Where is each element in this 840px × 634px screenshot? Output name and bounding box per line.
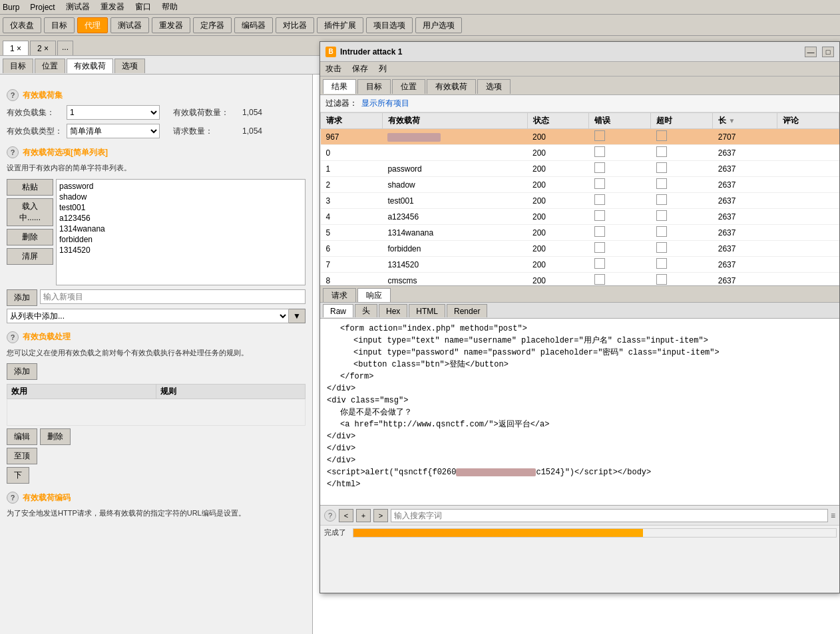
proc-btn-remove[interactable]: 删除 — [40, 428, 71, 445]
list-item[interactable]: a123456 — [58, 213, 304, 224]
checkbox[interactable] — [656, 130, 667, 141]
menu-burp[interactable]: Burp — [3, 3, 19, 12]
checkbox[interactable] — [594, 162, 605, 173]
sub-tab-positions[interactable]: 位置 — [35, 59, 65, 73]
checkbox[interactable] — [656, 242, 667, 253]
resp-view-headers[interactable]: 头 — [355, 304, 377, 317]
checkbox[interactable] — [656, 146, 667, 157]
col-length[interactable]: 长 ▼ — [713, 113, 777, 129]
from-list-select[interactable]: 从列表中添加... — [7, 309, 289, 323]
intruder-maximize[interactable]: □ — [822, 47, 834, 57]
intruder-tab-target[interactable]: 目标 — [357, 79, 391, 94]
toolbar-user-options[interactable]: 用户选项 — [415, 17, 462, 33]
checkbox[interactable] — [656, 258, 667, 269]
tab-more[interactable]: ... — [57, 41, 73, 55]
col-payload[interactable]: 有效载荷 — [382, 113, 527, 129]
tab-response[interactable]: 响应 — [357, 288, 391, 302]
intruder-minimize[interactable]: — — [805, 47, 817, 57]
checkbox[interactable] — [656, 210, 667, 221]
sub-tab-target[interactable]: 目标 — [3, 59, 33, 73]
intruder-tab-positions[interactable]: 位置 — [392, 79, 425, 94]
menu-window[interactable]: 窗口 — [135, 1, 151, 13]
proc-btn-top[interactable]: 至顶 — [7, 448, 37, 464]
results-table-container[interactable]: 请求 有效载荷 状态 错误 超时 长 ▼ 评论 9672002707020026… — [320, 112, 839, 285]
table-row[interactable]: 6forbidden2002637 — [321, 241, 839, 257]
toolbar-decoder[interactable]: 编码器 — [234, 17, 273, 33]
toolbar-repeater[interactable]: 重发器 — [152, 17, 190, 33]
btn-add[interactable]: 添加 — [7, 289, 37, 306]
filter-value[interactable]: 显示所有项目 — [361, 98, 409, 109]
checkbox[interactable] — [656, 178, 667, 189]
menu-repeater[interactable]: 重发器 — [101, 1, 124, 13]
list-item[interactable]: 1314wanana — [58, 224, 304, 234]
intruder-tab-results[interactable]: 结果 — [323, 79, 356, 94]
list-item[interactable]: forbidden — [58, 234, 304, 245]
checkbox[interactable] — [594, 258, 605, 269]
checkbox[interactable] — [594, 130, 605, 141]
menu-help[interactable]: 帮助 — [162, 1, 178, 13]
table-row[interactable]: 3test0012002637 — [321, 193, 839, 209]
checkbox[interactable] — [656, 226, 667, 237]
intruder-tab-payloads[interactable]: 有效载荷 — [427, 79, 476, 94]
resp-view-render[interactable]: Render — [447, 304, 487, 317]
table-row[interactable]: 9672002707 — [321, 129, 839, 145]
search-prev-btn[interactable]: < — [339, 509, 353, 522]
intruder-tab-options[interactable]: 选项 — [477, 79, 511, 94]
checkbox[interactable] — [594, 178, 605, 189]
menu-project[interactable]: Project — [30, 3, 55, 12]
col-timeout[interactable]: 超时 — [651, 113, 713, 129]
table-row[interactable]: 8cmscms2002637 — [321, 273, 839, 286]
toolbar-dashboard[interactable]: 仪表盘 — [3, 17, 41, 33]
checkbox[interactable] — [656, 274, 667, 285]
payload-type-select[interactable]: 简单清单 — [67, 124, 160, 138]
proc-btn-add[interactable]: 添加 — [7, 363, 37, 380]
menu-tester[interactable]: 测试器 — [66, 1, 90, 13]
section2-help[interactable]: ? — [7, 146, 19, 158]
sub-tab-options[interactable]: 选项 — [114, 59, 145, 73]
resp-view-raw[interactable]: Raw — [323, 304, 353, 317]
list-item[interactable]: 1314520 — [58, 245, 304, 255]
toolbar-target[interactable]: 目标 — [44, 17, 75, 33]
section4-help[interactable]: ? — [7, 492, 19, 504]
payload-list-box[interactable]: passwordshadowtest001a1234561314wananafo… — [56, 179, 306, 285]
table-row[interactable]: 02002637 — [321, 145, 839, 161]
payload-set-select[interactable]: 1 — [67, 105, 160, 120]
intruder-menu-attack[interactable]: 攻击 — [325, 63, 341, 75]
toolbar-scanner[interactable]: 测试器 — [110, 17, 149, 33]
list-item[interactable]: test001 — [58, 202, 304, 213]
proc-btn-down[interactable]: 下 — [7, 467, 29, 484]
search-options-icon[interactable]: ≡ — [831, 511, 835, 520]
table-row[interactable]: 51314wanana2002637 — [321, 225, 839, 241]
checkbox[interactable] — [656, 194, 667, 205]
table-row[interactable]: 2shadow2002637 — [321, 177, 839, 193]
resp-view-hex[interactable]: Hex — [379, 304, 407, 317]
table-row[interactable]: 1password2002637 — [321, 161, 839, 177]
checkbox[interactable] — [594, 274, 605, 285]
search-help-icon[interactable]: ? — [324, 510, 336, 522]
checkbox[interactable] — [594, 194, 605, 205]
btn-clear[interactable]: 清屏 — [7, 248, 53, 265]
search-input[interactable] — [391, 509, 828, 522]
table-row[interactable]: 4a1234562002637 — [321, 209, 839, 225]
col-status[interactable]: 状态 — [527, 113, 589, 129]
toolbar-project-options[interactable]: 项目选项 — [366, 17, 413, 33]
tab-request[interactable]: 请求 — [323, 288, 356, 302]
checkbox[interactable] — [594, 242, 605, 253]
checkbox[interactable] — [594, 226, 605, 237]
proc-btn-edit[interactable]: 编辑 — [7, 428, 37, 445]
toolbar-sequencer[interactable]: 定序器 — [193, 17, 232, 33]
col-error[interactable]: 错误 — [589, 113, 651, 129]
toolbar-extender[interactable]: 插件扩展 — [317, 17, 363, 33]
btn-remove[interactable]: 删除 — [7, 229, 53, 245]
section3-help[interactable]: ? — [7, 331, 19, 343]
intruder-menu-save[interactable]: 保存 — [352, 63, 368, 75]
add-input[interactable] — [40, 289, 306, 304]
tab-2[interactable]: 2 × — [30, 41, 56, 55]
from-list-arrow[interactable]: ▼ — [289, 309, 306, 323]
btn-paste[interactable]: 粘贴 — [7, 179, 53, 196]
col-comment[interactable]: 评论 — [777, 113, 839, 129]
list-item[interactable]: shadow — [58, 192, 304, 202]
list-item[interactable]: password — [58, 181, 304, 192]
btn-load[interactable]: 载入中...... — [7, 198, 53, 226]
search-next-btn[interactable]: > — [373, 509, 388, 522]
